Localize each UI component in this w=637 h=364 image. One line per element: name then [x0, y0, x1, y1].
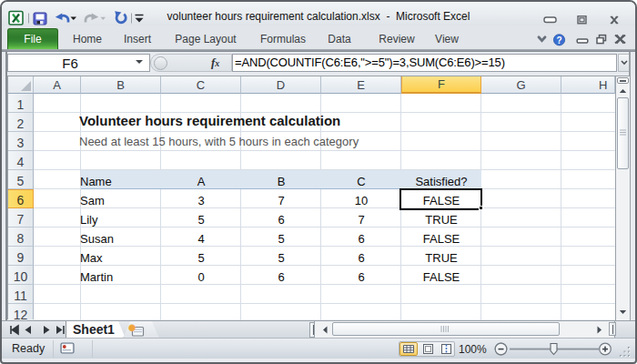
- svg-text:✺: ✺: [128, 323, 136, 333]
- svg-text:?: ?: [556, 35, 561, 46]
